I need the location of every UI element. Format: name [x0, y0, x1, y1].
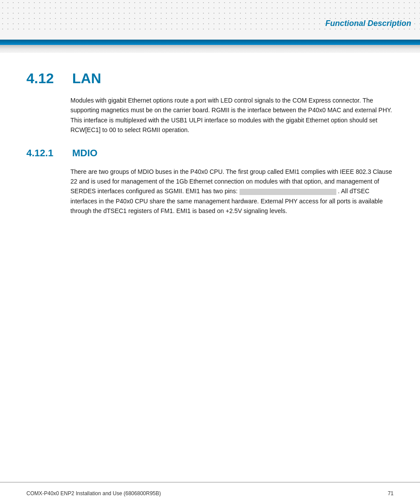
- footer-left-text: COMX-P40x0 ENP2 Installation and Use (68…: [26, 490, 161, 497]
- gray-gradient-strip: [0, 45, 420, 53]
- section-4121-number: 4.12.1: [26, 147, 62, 159]
- section-412-number: 4.12: [26, 70, 62, 87]
- footer-page-number: 71: [388, 490, 394, 497]
- section-412-title: LAN: [72, 70, 101, 87]
- header-title: Functional Description: [325, 19, 411, 28]
- footer: COMX-P40x0 ENP2 Installation and Use (68…: [0, 482, 420, 504]
- section-412-body: Modules with gigabit Ethernet options ro…: [70, 96, 394, 135]
- section-412-heading: 4.12 LAN: [26, 70, 394, 87]
- redacted-pins: [239, 189, 336, 195]
- section-4121-title: MDIO: [72, 147, 97, 159]
- main-content: 4.12 LAN Modules with gigabit Ethernet o…: [0, 53, 420, 264]
- section-4121-body: There are two groups of MDIO buses in th…: [70, 167, 394, 216]
- header-title-bar: Functional Description: [308, 16, 420, 31]
- section-4121-heading: 4.12.1 MDIO: [26, 147, 394, 159]
- blue-accent-bar: [0, 40, 420, 45]
- header-area: Functional Description: [0, 0, 420, 40]
